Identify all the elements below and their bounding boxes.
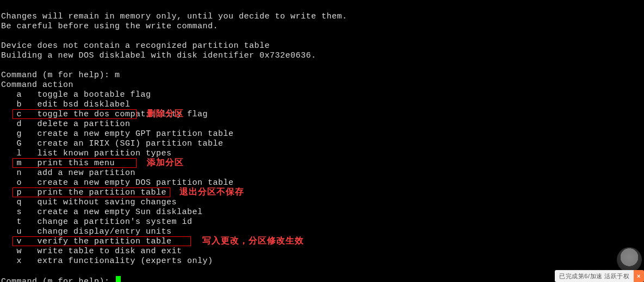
annotation-w: 写入更改，分区修改生效 (202, 236, 304, 246)
action-row: x extra functionality (experts only) (1, 256, 213, 266)
prompt-line[interactable]: Command (m for help): (1, 277, 121, 282)
highlight-box-d (13, 109, 137, 119)
intro-line: Be careful before using the write comman… (1, 22, 218, 31)
prompt-line: Command (m for help): m (1, 71, 120, 80)
action-row: b edit bsd disklabel (1, 100, 131, 109)
highlight-box-q (13, 187, 170, 197)
tip-text: 已完成第6/加速 活跃于权 (555, 270, 634, 282)
close-icon[interactable]: × (634, 270, 644, 282)
action-row: a toggle a bootable flag (1, 90, 151, 99)
intro-line: Changes will remain in memory only, unti… (1, 12, 348, 21)
action-row: t change a partition's system id (1, 217, 193, 227)
highlight-box-n (13, 158, 137, 168)
highlight-box-w (13, 236, 191, 246)
annotation-n: 添加分区 (147, 158, 184, 167)
action-row: u change display/entry units (1, 227, 172, 236)
action-row: l list known partition types (1, 149, 172, 158)
annotation-d: 删除分区 (147, 109, 184, 118)
action-row: d delete a partition (1, 120, 131, 129)
action-row: q quit without saving changes (1, 198, 177, 207)
action-row: G create an IRIX (SGI) partition table (1, 139, 224, 148)
action-row: s create a new empty Sun disklabel (1, 208, 203, 217)
intro-line: Device does not contain a recognized par… (1, 41, 270, 51)
accelerator-tip: 已完成第6/加速 活跃于权 × (555, 270, 644, 282)
avatar (617, 247, 642, 272)
action-row: w write table to disk and exit (1, 247, 182, 256)
action-row: n add a new partition (1, 168, 135, 178)
action-row: g create a new empty GPT partition table (1, 129, 234, 139)
action-row: o create a new empty DOS partition table (1, 178, 234, 187)
intro-line: Building a new DOS disklabel with disk i… (1, 51, 317, 60)
annotation-q: 退出分区不保存 (179, 187, 244, 197)
cursor-icon (116, 276, 121, 282)
action-header: Command action (1, 80, 73, 90)
